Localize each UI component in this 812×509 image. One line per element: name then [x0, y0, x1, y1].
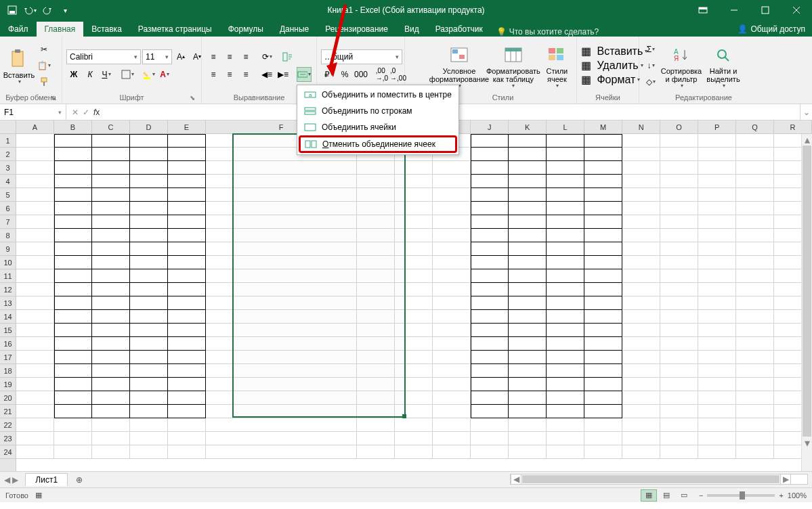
align-bottom-button[interactable]: ≡ — [238, 49, 253, 64]
fill-color-button[interactable]: ▾ — [141, 67, 156, 82]
wrap-text-button[interactable] — [280, 49, 295, 64]
zoom-in-button[interactable]: + — [779, 491, 783, 500]
row-header-23[interactable]: 23 — [0, 432, 16, 445]
clipboard-launcher[interactable]: ⬊ — [48, 93, 58, 102]
paste-button[interactable]: Вставить▾ — [3, 38, 35, 93]
ribbon-options-button[interactable] — [687, 0, 719, 20]
undo-button[interactable]: ▾ — [22, 2, 38, 18]
orientation-button[interactable]: ⟳▾ — [259, 49, 274, 64]
tab-layout[interactable]: Разметка страницы — [130, 22, 220, 37]
increase-indent-button[interactable]: ▶≡ — [276, 67, 291, 82]
tab-data[interactable]: Данные — [272, 22, 317, 37]
number-format-combo[interactable]: …бщий▾ — [321, 49, 402, 64]
row-header-3[interactable]: 3 — [0, 161, 16, 175]
share-button[interactable]: 👤 Общий доступ — [731, 22, 812, 37]
increase-decimal-button[interactable]: ,00→,0 — [375, 67, 389, 82]
col-header-D[interactable]: D — [130, 120, 168, 133]
sort-filter-button[interactable]: АЯ Сортировка и фильтр▾ — [660, 38, 703, 93]
tab-developer[interactable]: Разработчик — [427, 22, 491, 37]
zoom-slider[interactable] — [707, 494, 775, 497]
align-top-button[interactable]: ≡ — [206, 49, 221, 64]
merge-button[interactable]: ▾ — [297, 67, 312, 82]
name-box[interactable]: F1▾ — [0, 104, 66, 120]
save-button[interactable] — [4, 2, 20, 18]
decrease-indent-button[interactable]: ◀≡ — [259, 67, 274, 82]
sheet-tab[interactable]: Лист1 — [25, 473, 68, 486]
enter-formula-button[interactable]: ✓ — [83, 108, 89, 117]
row-header-13[interactable]: 13 — [0, 296, 16, 310]
tab-view[interactable]: Вид — [396, 22, 427, 37]
tab-formulas[interactable]: Формулы — [220, 22, 272, 37]
row-header-7[interactable]: 7 — [0, 215, 16, 229]
row-header-5[interactable]: 5 — [0, 188, 16, 202]
page-layout-view-button[interactable]: ▤ — [658, 489, 675, 502]
fill-button[interactable]: ↓▾ — [643, 58, 658, 73]
align-center-button[interactable]: ≡ — [222, 67, 237, 82]
decrease-decimal-button[interactable]: ,0→,00 — [391, 67, 406, 82]
font-color-button[interactable]: A▾ — [157, 67, 172, 82]
delete-cells-button[interactable]: ▦ Удалить▾ — [581, 59, 647, 72]
bold-button[interactable]: Ж — [66, 67, 81, 82]
zoom-level[interactable]: 100% — [788, 491, 807, 500]
merge-across-item[interactable]: Объединить по строкам — [299, 103, 457, 119]
row-header-16[interactable]: 16 — [0, 337, 16, 351]
row-header-15[interactable]: 15 — [0, 324, 16, 337]
font-size-combo[interactable]: 11▾ — [142, 49, 172, 64]
minimize-button[interactable] — [719, 0, 750, 20]
row-header-4[interactable]: 4 — [0, 175, 16, 188]
format-table-button[interactable]: Форматировать как таблицу▾ — [486, 38, 540, 93]
row-header-17[interactable]: 17 — [0, 351, 16, 364]
border-button[interactable]: ▾ — [120, 67, 135, 82]
col-header-M[interactable]: M — [584, 120, 622, 133]
align-middle-button[interactable]: ≡ — [222, 49, 237, 64]
tell-me[interactable]: 💡 Что вы хотите сделать? — [496, 27, 599, 37]
horizontal-scrollbar[interactable]: ◀▶ — [510, 474, 808, 485]
col-header-E[interactable]: E — [168, 120, 206, 133]
col-header-L[interactable]: L — [547, 120, 584, 133]
row-header-10[interactable]: 10 — [0, 256, 16, 269]
merge-center-item[interactable]: a Объединить и поместить в центре — [299, 87, 457, 103]
row-header-1[interactable]: 1 — [0, 134, 16, 148]
row-header-11[interactable]: 11 — [0, 269, 16, 283]
percent-button[interactable]: % — [337, 67, 352, 82]
comma-button[interactable]: 000 — [354, 67, 368, 82]
row-header-6[interactable]: 6 — [0, 202, 16, 215]
vertical-scrollbar[interactable]: ▴▾ — [801, 134, 812, 471]
col-header-A[interactable]: A — [16, 120, 54, 133]
macro-record-button[interactable]: ▦ — [35, 491, 42, 500]
sheet-nav[interactable]: ◀ ▶ — [0, 475, 22, 485]
unmerge-item[interactable]: Отменить объединение ячеек — [299, 135, 457, 153]
format-painter-button[interactable] — [37, 74, 51, 89]
qat-customize[interactable]: ▾ — [57, 2, 73, 18]
cut-button[interactable]: ✂ — [37, 42, 51, 57]
normal-view-button[interactable]: ▦ — [641, 489, 657, 502]
col-header-P[interactable]: P — [698, 120, 736, 133]
insert-cells-button[interactable]: ▦ Вставить▾ — [581, 45, 647, 58]
maximize-button[interactable] — [750, 0, 781, 20]
zoom-out-button[interactable]: − — [699, 491, 703, 500]
copy-button[interactable]: 📋▾ — [37, 58, 51, 73]
row-header-20[interactable]: 20 — [0, 391, 16, 405]
row-header-8[interactable]: 8 — [0, 229, 16, 242]
row-header-22[interactable]: 22 — [0, 418, 16, 432]
redo-button[interactable] — [39, 2, 56, 18]
add-sheet-button[interactable]: ⊕ — [72, 472, 87, 487]
accounting-button[interactable]: ₽▾ — [321, 67, 336, 82]
cell-styles-button[interactable]: Стили ячеек▾ — [540, 38, 574, 93]
tab-review[interactable]: Рецензирование — [317, 22, 396, 37]
col-header-K[interactable]: K — [509, 120, 547, 133]
italic-button[interactable]: К — [83, 67, 98, 82]
autosum-button[interactable]: Σ▾ — [643, 42, 658, 57]
col-header-O[interactable]: O — [660, 120, 698, 133]
cancel-formula-button[interactable]: ✕ — [72, 108, 79, 117]
row-header-24[interactable]: 24 — [0, 445, 16, 459]
find-select-button[interactable]: Найти и выделить▾ — [703, 38, 744, 93]
col-header-Q[interactable]: Q — [736, 120, 774, 133]
col-header-R[interactable]: R — [774, 120, 812, 133]
format-cells-button[interactable]: ▦ Формат▾ — [581, 73, 647, 86]
page-break-view-button[interactable]: ▭ — [676, 489, 692, 502]
align-right-button[interactable]: ≡ — [238, 67, 253, 82]
cells[interactable] — [16, 134, 812, 459]
row-header-12[interactable]: 12 — [0, 283, 16, 296]
col-header-J[interactable]: J — [471, 120, 509, 133]
